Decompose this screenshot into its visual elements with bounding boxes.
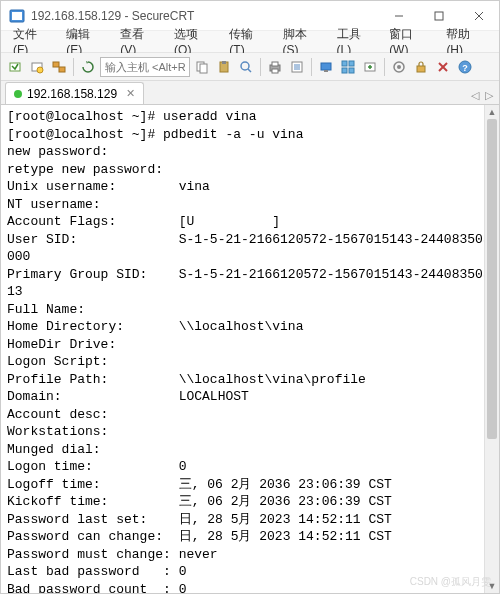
- tile-icon[interactable]: [338, 57, 358, 77]
- host-input[interactable]: [100, 57, 190, 77]
- quick-connect-icon[interactable]: [27, 57, 47, 77]
- tab-close-icon[interactable]: ✕: [126, 87, 135, 100]
- screen-icon[interactable]: [316, 57, 336, 77]
- find-icon[interactable]: [236, 57, 256, 77]
- svg-line-16: [248, 69, 251, 72]
- terminal-output[interactable]: [root@localhost ~]# useradd vina [root@l…: [1, 105, 499, 593]
- svg-rect-24: [321, 63, 331, 70]
- tab-nav: ◁ ▷: [469, 89, 495, 104]
- tab-label: 192.168.158.129: [27, 87, 117, 101]
- svg-rect-35: [417, 66, 425, 72]
- svg-rect-26: [342, 61, 347, 66]
- svg-rect-1: [12, 12, 22, 20]
- svg-rect-29: [349, 68, 354, 73]
- scrollbar-thumb[interactable]: [487, 119, 497, 439]
- paste-icon[interactable]: [214, 57, 234, 77]
- app-icon: [9, 8, 25, 24]
- lock-icon[interactable]: [411, 57, 431, 77]
- svg-rect-28: [342, 68, 347, 73]
- svg-text:?: ?: [462, 63, 468, 73]
- options-icon[interactable]: [287, 57, 307, 77]
- toolbar-separator: [73, 58, 74, 76]
- svg-rect-18: [272, 62, 278, 66]
- new-tab-icon[interactable]: [360, 57, 380, 77]
- tabbar: 192.168.158.129 ✕ ◁ ▷: [1, 81, 499, 105]
- status-dot-icon: [14, 90, 22, 98]
- svg-rect-3: [435, 12, 443, 20]
- tab-next-icon[interactable]: ▷: [483, 89, 495, 102]
- svg-point-15: [241, 62, 249, 70]
- toolbar-separator: [260, 58, 261, 76]
- connect-icon[interactable]: [5, 57, 25, 77]
- window-title: 192.168.158.129 - SecureCRT: [31, 9, 379, 23]
- tab-prev-icon[interactable]: ◁: [469, 89, 481, 102]
- watermark: CSDN @孤风月雯: [410, 575, 491, 589]
- svg-rect-12: [200, 64, 207, 73]
- toolbar: ?: [1, 53, 499, 81]
- print-icon[interactable]: [265, 57, 285, 77]
- reconnect-icon[interactable]: [78, 57, 98, 77]
- svg-rect-25: [324, 70, 328, 72]
- svg-point-8: [37, 67, 43, 73]
- svg-rect-14: [222, 61, 226, 64]
- toolbar-separator: [384, 58, 385, 76]
- svg-rect-10: [59, 67, 65, 72]
- x-icon[interactable]: [433, 57, 453, 77]
- menubar: 文件(F) 编辑(E) 查看(V) 选项(O) 传输(T) 脚本(S) 工具(L…: [1, 31, 499, 53]
- tab-session[interactable]: 192.168.158.129 ✕: [5, 82, 144, 104]
- toolbar-separator: [311, 58, 312, 76]
- settings-icon[interactable]: [389, 57, 409, 77]
- scroll-up-icon[interactable]: ▲: [485, 105, 499, 119]
- help-icon[interactable]: ?: [455, 57, 475, 77]
- svg-rect-9: [53, 62, 59, 67]
- session-manager-icon[interactable]: [49, 57, 69, 77]
- svg-rect-27: [349, 61, 354, 66]
- svg-point-34: [397, 65, 401, 69]
- vertical-scrollbar[interactable]: ▲ ▼: [484, 105, 499, 593]
- copy-icon[interactable]: [192, 57, 212, 77]
- svg-rect-19: [272, 69, 278, 73]
